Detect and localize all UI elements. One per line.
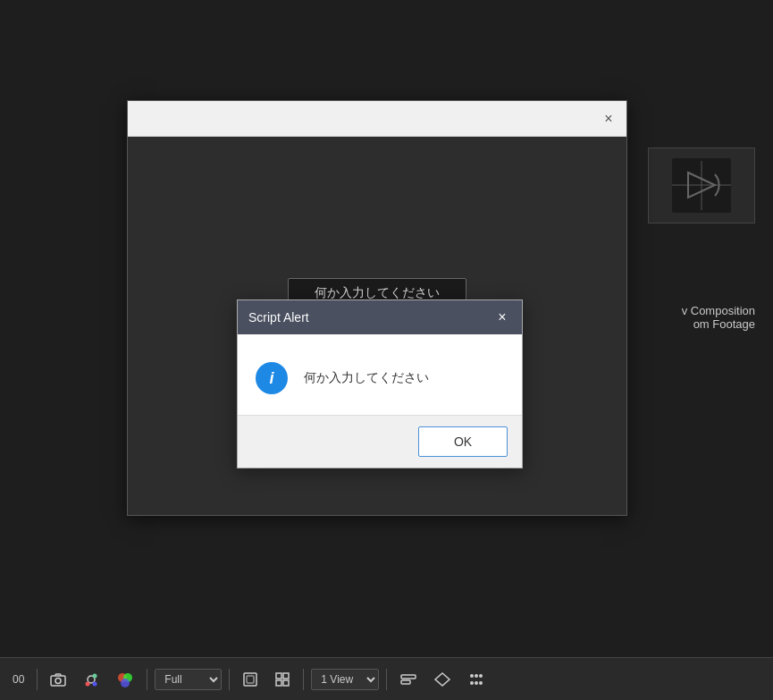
svg-rect-15 [276, 673, 281, 679]
alert-body: i 何か入力してください [238, 334, 522, 415]
switch-icon[interactable] [394, 668, 423, 691]
thumbnail-icon [670, 156, 733, 215]
svg-point-7 [93, 673, 97, 678]
info-icon-letter: i [269, 369, 273, 388]
toolbar-time: 00 [7, 670, 29, 689]
svg-point-27 [479, 681, 483, 685]
comp-line2: om Footage [682, 317, 755, 331]
svg-rect-13 [244, 673, 256, 686]
keyframe-icon[interactable] [428, 668, 457, 691]
resolution-select[interactable]: Full Half Third Quarter [155, 669, 222, 690]
svg-rect-19 [401, 675, 416, 679]
svg-point-26 [475, 681, 478, 685]
info-icon: i [256, 362, 288, 394]
svg-marker-21 [435, 673, 450, 686]
main-dialog-close-button[interactable]: × [600, 110, 618, 128]
svg-point-8 [86, 681, 90, 686]
svg-rect-4 [51, 676, 65, 686]
toolbar-divider-5 [386, 669, 387, 690]
svg-rect-17 [276, 680, 281, 686]
svg-rect-14 [247, 676, 254, 683]
svg-point-12 [121, 679, 130, 687]
svg-rect-18 [283, 680, 289, 686]
thumbnail-box [648, 148, 755, 223]
view-layout-select[interactable]: 1 View 2 Views 4 Views [311, 669, 379, 690]
svg-point-22 [470, 674, 474, 678]
camera-icon[interactable] [45, 668, 71, 691]
svg-point-24 [479, 674, 483, 678]
svg-rect-20 [401, 680, 410, 684]
toolbar-divider-1 [37, 669, 38, 690]
grid-icon[interactable] [269, 668, 296, 691]
svg-rect-16 [283, 673, 289, 679]
bottom-toolbar: 00 Full Half Third Quarter [0, 657, 773, 700]
svg-point-23 [475, 674, 478, 678]
frame-icon[interactable] [237, 668, 264, 691]
toolbar-divider-2 [147, 669, 147, 690]
layout-icon[interactable] [462, 668, 491, 691]
preview-icon[interactable] [77, 668, 105, 691]
comp-line1: v Composition [682, 304, 755, 317]
toolbar-divider-4 [303, 669, 304, 690]
toolbar-divider-3 [229, 669, 230, 690]
alert-title: Script Alert [248, 310, 309, 325]
alert-dialog: Script Alert × i 何か入力してください OK [237, 299, 523, 468]
color-icon[interactable] [111, 668, 139, 691]
main-dialog-titlebar: × [128, 101, 626, 137]
alert-close-button[interactable]: × [493, 308, 511, 326]
composition-text: v Composition om Footage [682, 304, 755, 331]
alert-footer: OK [238, 415, 522, 468]
alert-message: 何か入力してください [304, 370, 429, 386]
svg-point-25 [470, 681, 474, 685]
svg-point-5 [55, 678, 61, 683]
svg-point-9 [93, 681, 97, 686]
alert-titlebar: Script Alert × [238, 300, 522, 334]
ok-button[interactable]: OK [418, 426, 508, 457]
